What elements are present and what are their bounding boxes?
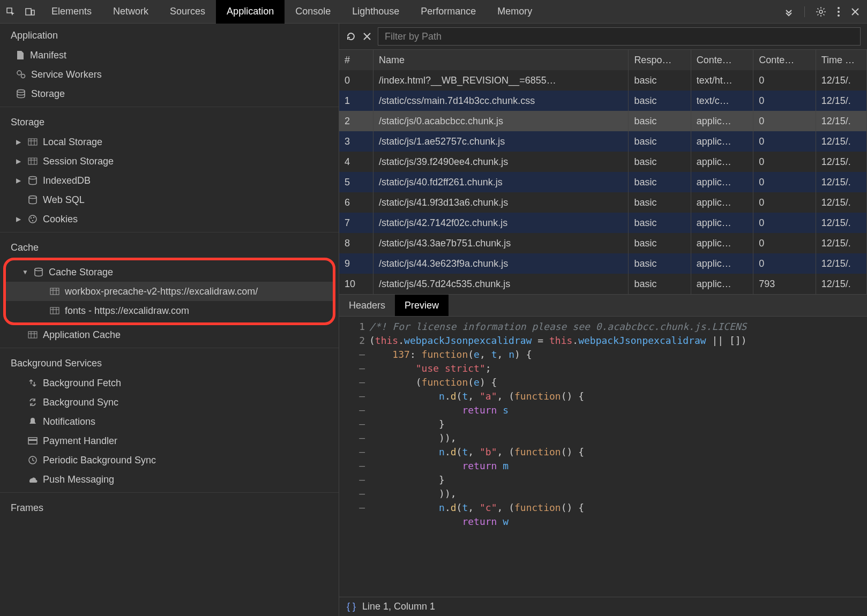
preview-tabs: HeadersPreview xyxy=(339,294,867,317)
svg-point-7 xyxy=(17,71,21,75)
table-row[interactable]: 6/static/js/41.9f3d13a6.chunk.jsbasicapp… xyxy=(339,192,867,213)
sidebar-item-session-storage[interactable]: ▶ Session Storage xyxy=(0,152,339,171)
tab-elements[interactable]: Elements xyxy=(41,0,102,24)
table-row[interactable]: 0/index.html?__WB_REVISION__=6855…basict… xyxy=(339,70,867,91)
column-header[interactable]: Conte… xyxy=(691,50,753,70)
tab-lighthouse[interactable]: Lighthouse xyxy=(341,0,410,24)
expand-icon[interactable]: ▶ xyxy=(16,177,23,184)
table-icon xyxy=(50,307,59,314)
column-header[interactable]: Respo… xyxy=(629,50,691,70)
sidebar-item-label: Periodic Background Sync xyxy=(43,455,156,466)
tab-sources[interactable]: Sources xyxy=(159,0,216,24)
sidebar-item-periodic-background-sync[interactable]: ▶Periodic Background Sync xyxy=(0,450,339,470)
cell-name: /static/js/41.9f3d13a6.chunk.js xyxy=(373,192,629,213)
database-icon xyxy=(28,176,38,185)
expand-icon[interactable]: ▶ xyxy=(16,138,23,146)
sidebar-item-manifest[interactable]: Manifest xyxy=(0,46,339,65)
filter-input[interactable] xyxy=(378,27,861,46)
svg-point-14 xyxy=(29,215,36,223)
table-icon xyxy=(28,331,38,339)
more-tabs-icon[interactable] xyxy=(784,7,794,17)
devtools-toolbar: ElementsNetworkSourcesApplicationConsole… xyxy=(0,0,867,24)
svg-rect-23 xyxy=(28,439,37,441)
table-row[interactable]: 4/static/js/39.f2490ee4.chunk.jsbasicapp… xyxy=(339,152,867,172)
sidebar-item-label: Background Sync xyxy=(43,397,118,408)
cell-idx: 2 xyxy=(339,111,373,131)
column-header[interactable]: Name xyxy=(373,50,629,70)
sidebar-item-label: Cache Storage xyxy=(49,267,113,278)
cell-idx: 7 xyxy=(339,213,373,233)
sidebar-item-push-messaging[interactable]: ▶Push Messaging xyxy=(0,470,339,489)
sidebar-item-background-sync[interactable]: ▶Background Sync xyxy=(0,393,339,412)
sidebar-item-cookies[interactable]: ▶ Cookies xyxy=(0,209,339,229)
cell-ct: applic… xyxy=(691,131,753,152)
sidebar-item-service-workers[interactable]: Service Workers xyxy=(0,65,339,84)
cell-cl: 0 xyxy=(753,131,816,152)
preview-tab-headers[interactable]: Headers xyxy=(339,295,395,316)
tab-memory[interactable]: Memory xyxy=(487,0,543,24)
braces-icon[interactable]: { } xyxy=(347,601,356,612)
sidebar-item-storage[interactable]: Storage xyxy=(0,84,339,103)
cell-resp: basic xyxy=(629,70,691,91)
cell-time: 12/15/. xyxy=(816,172,866,192)
table-row[interactable]: 10/static/js/45.7d24c535.chunk.jsbasicap… xyxy=(339,274,867,294)
sidebar-item-notifications[interactable]: ▶Notifications xyxy=(0,412,339,431)
collapse-icon[interactable]: ▼ xyxy=(22,268,28,276)
close-icon[interactable] xyxy=(851,7,859,16)
svg-rect-2 xyxy=(32,10,34,15)
sidebar-item-cache-storage[interactable]: ▼ Cache Storage xyxy=(6,262,333,282)
table-row[interactable]: 9/static/js/44.3e623f9a.chunk.jsbasicapp… xyxy=(339,253,867,274)
preview-tab-preview[interactable]: Preview xyxy=(395,295,449,316)
tab-network[interactable]: Network xyxy=(102,0,159,24)
refresh-icon[interactable] xyxy=(346,31,356,42)
svg-point-15 xyxy=(31,217,32,219)
cell-ct: applic… xyxy=(691,233,753,253)
sidebar-item-label: fonts - https://excalidraw.com xyxy=(65,305,189,317)
column-header[interactable]: Conte… xyxy=(753,50,816,70)
table-row[interactable]: 3/static/js/1.ae52757c.chunk.jsbasicappl… xyxy=(339,131,867,152)
sidebar-item-application-cache[interactable]: ▶ Application Cache xyxy=(0,325,339,344)
kebab-menu-icon[interactable] xyxy=(837,6,840,17)
cell-idx: 6 xyxy=(339,192,373,213)
table-row[interactable]: 5/static/js/40.fd2ff261.chunk.jsbasicapp… xyxy=(339,172,867,192)
cache-table: #NameRespo…Conte…Conte…Time … 0/index.ht… xyxy=(339,49,867,294)
column-header[interactable]: Time … xyxy=(816,50,866,70)
cell-ct: applic… xyxy=(691,274,753,294)
sidebar-item-cache-workbox[interactable]: ▶ workbox-precache-v2-https://excalidraw… xyxy=(6,282,333,301)
code-body[interactable]: /*! For license information please see 0… xyxy=(369,317,867,597)
tab-performance[interactable]: Performance xyxy=(410,0,487,24)
table-row[interactable]: 1/static/css/main.7d14b3cc.chunk.cssbasi… xyxy=(339,91,867,111)
delete-icon[interactable] xyxy=(363,32,371,41)
sidebar-item-websql[interactable]: ▶ Web SQL xyxy=(0,190,339,209)
line-gutter: 12–––––––––––– xyxy=(339,317,369,597)
cell-resp: basic xyxy=(629,111,691,131)
sidebar-item-indexeddb[interactable]: ▶ IndexedDB xyxy=(0,171,339,190)
cell-resp: basic xyxy=(629,172,691,192)
sidebar-item-payment-handler[interactable]: ▶Payment Handler xyxy=(0,431,339,450)
inspect-element-icon[interactable] xyxy=(5,6,16,17)
status-bar: { } Line 1, Column 1 xyxy=(339,597,867,616)
cell-time: 12/15/. xyxy=(816,274,866,294)
table-row[interactable]: 2/static/js/0.acabcbcc.chunk.jsbasicappl… xyxy=(339,111,867,131)
sidebar-item-label: Cookies xyxy=(43,214,78,225)
cell-idx: 10 xyxy=(339,274,373,294)
svg-point-18 xyxy=(35,268,42,271)
tab-console[interactable]: Console xyxy=(285,0,341,24)
column-header[interactable]: # xyxy=(339,50,373,70)
tab-application[interactable]: Application xyxy=(216,0,285,24)
sidebar-item-background-fetch[interactable]: ▶Background Fetch xyxy=(0,373,339,393)
cell-name: /static/js/43.3ae7b751.chunk.js xyxy=(373,233,629,253)
settings-icon[interactable] xyxy=(816,6,826,17)
sidebar-item-label: Manifest xyxy=(30,50,66,61)
expand-icon[interactable]: ▶ xyxy=(16,157,23,165)
sidebar-item-cache-fonts[interactable]: ▶ fonts - https://excalidraw.com xyxy=(6,301,333,320)
sidebar-item-local-storage[interactable]: ▶ Local Storage xyxy=(0,132,339,152)
table-row[interactable]: 8/static/js/43.3ae7b751.chunk.jsbasicapp… xyxy=(339,233,867,253)
cell-name: /static/js/44.3e623f9a.chunk.js xyxy=(373,253,629,274)
sidebar-item-label: Notifications xyxy=(43,416,95,427)
panel-tabs: ElementsNetworkSourcesApplicationConsole… xyxy=(41,0,776,24)
section-cache: Cache xyxy=(0,236,339,258)
table-row[interactable]: 7/static/js/42.7142f02c.chunk.jsbasicapp… xyxy=(339,213,867,233)
device-toolbar-icon[interactable] xyxy=(25,6,35,17)
expand-icon[interactable]: ▶ xyxy=(16,215,23,223)
